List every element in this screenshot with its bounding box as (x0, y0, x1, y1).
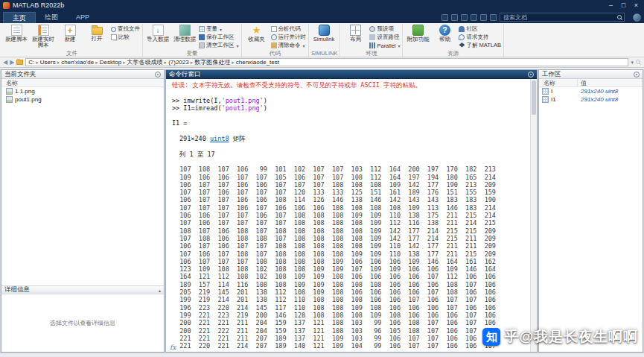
file-row[interactable]: pout1.png (1, 95, 164, 104)
breadcrumb-item[interactable]: chenxiaode_test (236, 59, 279, 66)
switch-windows-icon[interactable] (490, 14, 497, 21)
address-search-icon[interactable] (636, 60, 641, 65)
breadcrumb-item[interactable]: C: (28, 59, 34, 66)
find-files-button[interactable]: 查找文件 (111, 25, 140, 33)
help-button[interactable]: 帮助 (432, 24, 457, 42)
command-string: 'pout1.png' (222, 97, 264, 104)
matrix-row: 107 108 106 108 108 107 108 108 108 108 … (172, 235, 530, 242)
copy-icon[interactable] (451, 14, 458, 21)
clean-data-button[interactable]: 清理数据 (172, 24, 197, 42)
variable-name: I1 (551, 96, 556, 103)
clear-workspace-button[interactable]: 清空工作区 ▾ (199, 42, 239, 49)
new-script-button[interactable]: 新建脚本 (4, 24, 29, 42)
ribbon-group-simulink: Simulink SIMULINK (309, 24, 340, 57)
details-section: 详细信息 ▴ 选择文件以查看详细信息 (1, 285, 164, 352)
clear-commands-icon (271, 42, 277, 48)
save-workspace-button[interactable]: 保存工作区 (199, 34, 239, 41)
cut-icon[interactable] (441, 14, 448, 21)
command-text: ) (264, 104, 267, 112)
favorites-button[interactable]: 收藏夹 (244, 24, 270, 42)
file-row[interactable]: 1.1.png (1, 87, 164, 95)
name-column-header[interactable]: 名称 (1, 79, 164, 87)
matrix-row: 109 106 106 107 107 105 106 107 107 108 … (172, 174, 530, 181)
tab-plots[interactable]: 绘图 (36, 12, 67, 23)
workspace-row[interactable]: I291x240 uint8 (539, 87, 643, 95)
panel-menu-button[interactable] (155, 72, 161, 78)
workspace-row[interactable]: I1291x240 uint8 (539, 95, 643, 104)
details-body: 选择文件以查看详细信息 (1, 294, 164, 351)
layout-icon (350, 25, 361, 36)
tab-home[interactable]: 主页 (3, 12, 36, 23)
import-data-button[interactable]: 导入数据 (145, 24, 170, 42)
redo-icon[interactable] (480, 14, 487, 21)
maximize-button[interactable]: □ (617, 0, 630, 10)
profile-avatar[interactable] (633, 13, 641, 22)
breadcrumb-item[interactable]: chen'xiao'de (61, 59, 94, 66)
workspace-value-column[interactable]: 值 (578, 79, 643, 86)
parallel-button[interactable]: Parallel ▾ (369, 42, 400, 49)
fx-function-hint[interactable]: fx (168, 344, 177, 351)
undo-icon[interactable] (471, 14, 477, 21)
button-label: 了解 MATLAB (466, 42, 501, 49)
preferences-button[interactable]: 预设项 (369, 25, 400, 33)
back-icon[interactable]: ◀ (3, 57, 7, 68)
open-button[interactable]: 打开 (84, 24, 109, 42)
address-bar: ◀ ▶ C:▸Users▸chen'xiao'de▸Desktop▸大学各级成绩… (0, 57, 644, 68)
analyze-code-button[interactable]: 分析代码 (271, 25, 307, 33)
find-files-icon (111, 27, 116, 32)
new-button[interactable]: 新建 (57, 24, 83, 42)
set-path-icon (369, 34, 375, 40)
forward-icon[interactable]: ▶ (10, 57, 14, 68)
new-live-script-button[interactable]: 新建实时脚本 (31, 24, 56, 48)
command-output[interactable]: 错误: 文本字符无效。请检查不受支持的符号、不可见的字符或非 ASCII 字符的… (166, 79, 530, 352)
request-support-button[interactable]: 请求支持 (459, 34, 501, 41)
panel-menu-button[interactable] (634, 72, 640, 78)
scrollbar-thumb[interactable] (532, 80, 536, 115)
matrix-row: 200 221 221 211 204 159 137 121 108 103 … (172, 319, 530, 326)
addons-puzzle-icon (412, 25, 424, 36)
button-label: 查找文件 (118, 25, 140, 33)
uint8-link[interactable]: uint8 (210, 135, 229, 142)
doc-search-input[interactable] (500, 13, 625, 22)
new-live-script-icon (38, 25, 49, 36)
clear-commands-button[interactable]: 清除命令 ▾ (271, 42, 307, 49)
simulink-icon (319, 25, 330, 36)
group-label-file: 文件 (4, 50, 140, 57)
layout-button[interactable]: 布局 (342, 24, 368, 42)
breadcrumb-item[interactable]: 大学各级成绩 (127, 58, 163, 66)
workspace-panel: 工作区 名称 值 I291x240 uint8I1291x240 uint8 (538, 69, 643, 353)
simulink-button[interactable]: Simulink (311, 24, 337, 42)
paste-icon[interactable] (461, 14, 468, 21)
ribbon-group-environment: 布局 预设项 设置路径 Parallel ▾ (340, 24, 403, 57)
matrix-row: 189 157 114 116 108 108 109 109 108 108 … (172, 281, 530, 288)
button-label: 导入数据 (147, 37, 169, 42)
close-button[interactable]: × (630, 0, 643, 10)
breadcrumb-item[interactable]: Users (40, 59, 56, 66)
details-header[interactable]: 详细信息 ▴ (1, 285, 164, 294)
panel-menu-button[interactable] (528, 72, 534, 78)
address-dropdown-caret-icon[interactable]: ▾ (631, 60, 634, 66)
open-folder-icon (92, 27, 103, 35)
current-folder-title: 当前文件夹 (4, 70, 36, 79)
breadcrumb-item[interactable]: 数字图像处理 (194, 58, 230, 66)
minimize-button[interactable]: – (605, 0, 617, 10)
tab-apps[interactable]: APP (67, 12, 98, 23)
parallel-icon (369, 42, 375, 48)
community-button[interactable]: 社区 (459, 25, 501, 33)
button-label: 帮助 (439, 37, 450, 42)
learn-matlab-icon (459, 42, 465, 48)
run-and-time-button[interactable]: 运行并计时 (271, 34, 307, 41)
name-column-label: 名称 (6, 79, 18, 87)
breadcrumb-item[interactable]: Desktop (100, 59, 121, 66)
breadcrumb-item[interactable]: (7)2023 (168, 59, 189, 66)
compare-button[interactable]: 比较 (111, 34, 140, 41)
matrix-row: 200 221 222 211 204 159 137 121 108 103 … (172, 327, 530, 335)
workspace-name-column[interactable]: 名称 (539, 79, 578, 86)
addons-button[interactable]: 附加功能 (405, 24, 430, 42)
command-window-scrollbar[interactable] (530, 79, 537, 352)
variable-button[interactable]: 变量 ▾ (199, 25, 239, 33)
learn-matlab-button[interactable]: 了解 MATLAB (459, 42, 501, 49)
browse-folder-icon[interactable] (16, 60, 23, 65)
matrix-row: 123 109 108 108 102 108 108 109 109 107 … (172, 265, 530, 273)
set-path-button[interactable]: 设置路径 (369, 34, 400, 41)
